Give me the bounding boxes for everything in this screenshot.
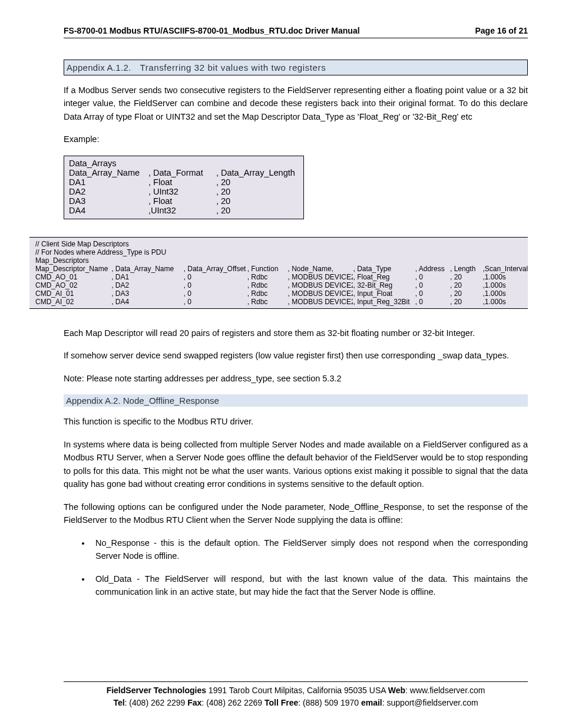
cell: , 32-Bit_Reg (353, 281, 415, 289)
cell: , Rdbc (247, 273, 288, 281)
comment-line: // For Nodes where Address_Type is PDU (35, 248, 528, 256)
table-title: Data_Arrays (69, 159, 148, 168)
col-header: ,Scan_Interval (482, 265, 528, 273)
cell: , DA4 (111, 298, 183, 306)
cell: , 0 (415, 298, 450, 306)
cell: DA2 (69, 187, 148, 196)
cell: , DA3 (111, 289, 183, 298)
cell: , 20 (216, 196, 299, 206)
fax-label: Fax (187, 698, 201, 707)
col-header: Map_Descriptor_Name (35, 265, 111, 273)
col-header: Data_Array_Name (69, 168, 148, 177)
cell: , MODBUS DEVICE2 (288, 281, 353, 289)
example-label: Example: (64, 133, 528, 146)
cell: , DA1 (111, 273, 183, 281)
cell: CMD_AI_01 (35, 289, 111, 298)
cell: , Input_Float (353, 289, 415, 298)
cell: , 0 (415, 273, 450, 281)
tollfree-label: Toll Free (265, 698, 298, 707)
cell: , 20 (450, 273, 482, 281)
footer-line-1: FieldServer Technologies 1991 Tarob Cour… (64, 684, 528, 697)
col-header: , Data_Array_Offset (184, 265, 247, 273)
cell: ,1.000s (482, 298, 528, 306)
fax-value: : (408) 262 2269 (201, 698, 265, 707)
cell: ,UInt32 (148, 206, 216, 215)
section-number: Appendix A.1.2. (67, 62, 137, 73)
web-label: Web (388, 686, 405, 695)
cell: ,1.000s (482, 281, 528, 289)
email-label: email (361, 698, 382, 707)
page-header: FS-8700-01 Modbus RTU/ASCIIFS-8700-01_Mo… (64, 26, 528, 38)
col-header: , Data_Type (353, 265, 415, 273)
table-row: DA3 , Float , 20 (69, 196, 299, 206)
cell: ,1.000s (482, 273, 528, 281)
section-title: Transferring 32 bit values with two regi… (140, 62, 326, 73)
col-header: , Data_Format (148, 168, 216, 177)
section-title: Appendix A.2. Node_Offline_Response (66, 396, 219, 406)
cell: , 0 (184, 273, 247, 281)
paragraph: This function is specific to the Modbus … (64, 415, 528, 428)
paragraph: In systems where data is being collected… (64, 438, 528, 491)
table-row: DA1 , Float , 20 (69, 177, 299, 187)
col-header: , Data_Array_Length (216, 168, 299, 177)
cell: DA1 (69, 177, 148, 187)
cell: , 0 (415, 289, 450, 298)
cell: , MODBUS DEVICE2 (288, 273, 353, 281)
document-page: FS-8700-01 Modbus RTU/ASCIIFS-8700-01_Mo… (0, 0, 562, 728)
col-header: , Length (450, 265, 482, 273)
paragraph: Each Map Descriptor will read 20 pairs o… (64, 327, 528, 340)
comment-line: // Client Side Map Descriptors (35, 240, 528, 248)
cell: CMD_AO_01 (35, 273, 111, 281)
page-footer: FieldServer Technologies 1991 Tarob Cour… (64, 681, 528, 709)
cell: , MODBUS DEVICE2 (288, 298, 353, 306)
email-value: : support@fieldserver.com (382, 698, 478, 707)
table-row: CMD_AI_01 , DA3 , 0 , Rdbc , MODBUS DEVI… (35, 289, 528, 298)
paragraph: If a Modbus Server sends two consecutive… (64, 84, 528, 123)
table-row: CMD_AO_01 , DA1 , 0 , Rdbc , MODBUS DEVI… (35, 273, 528, 281)
cell: , 20 (450, 289, 482, 298)
cell: , Rdbc (247, 289, 288, 298)
table-row: Data_Arrays (69, 159, 299, 168)
col-header: , Function (247, 265, 288, 273)
cell: , Float (148, 177, 216, 187)
cell: , Rdbc (247, 298, 288, 306)
cell: , MODBUS DEVICE2 (288, 289, 353, 298)
address: 1991 Tarob Court Milpitas, California 95… (206, 686, 388, 695)
footer-line-2: Tel: (408) 262 2299 Fax: (408) 262 2269 … (64, 697, 528, 709)
cell: CMD_AO_02 (35, 281, 111, 289)
cell: , DA2 (111, 281, 183, 289)
table-row: CMD_AI_02 , DA4 , 0 , Rdbc , MODBUS DEVI… (35, 298, 528, 306)
table-header-row: Map_Descriptor_Name , Data_Array_Name , … (35, 265, 528, 273)
paragraph: If somehow server device send swapped re… (64, 349, 528, 362)
cell: , Rdbc (247, 281, 288, 289)
tel-label: Tel (113, 698, 124, 707)
data-arrays-table: Data_Arrays Data_Array_Name , Data_Forma… (64, 156, 304, 219)
header-left: FS-8700-01 Modbus RTU/ASCIIFS-8700-01_Mo… (64, 26, 360, 35)
cell: , Float_Reg (353, 273, 415, 281)
web-value: : www.fieldserver.com (405, 686, 485, 695)
table-title: Map_Descriptors (35, 256, 528, 265)
cell: DA4 (69, 206, 148, 215)
list-item: No_Response - this is the default option… (91, 536, 528, 563)
cell: , 20 (216, 206, 299, 215)
cell: , Float (148, 196, 216, 206)
paragraph: Note: Please note starting addresses per… (64, 372, 528, 385)
col-header: , Data_Array_Name (111, 265, 183, 273)
cell: , UInt32 (148, 187, 216, 196)
map-descriptors-table: // Client Side Map Descriptors // For No… (29, 237, 528, 309)
cell: , 20 (216, 187, 299, 196)
header-right: Page 16 of 21 (475, 26, 528, 35)
company-name: FieldServer Technologies (107, 686, 206, 695)
cell: ,1.000s (482, 289, 528, 298)
cell: , 0 (415, 281, 450, 289)
cell: , 20 (216, 177, 299, 187)
table-row: DA2 , UInt32 , 20 (69, 187, 299, 196)
cell: , 20 (450, 281, 482, 289)
cell: , 0 (184, 289, 247, 298)
tel-value: : (408) 262 2299 (125, 698, 188, 707)
table-row: DA4 ,UInt32 , 20 (69, 206, 299, 215)
tollfree-value: : (888) 509 1970 (298, 698, 361, 707)
cell: DA3 (69, 196, 148, 206)
cell: , 0 (184, 281, 247, 289)
col-header: , Node_Name, (288, 265, 353, 273)
